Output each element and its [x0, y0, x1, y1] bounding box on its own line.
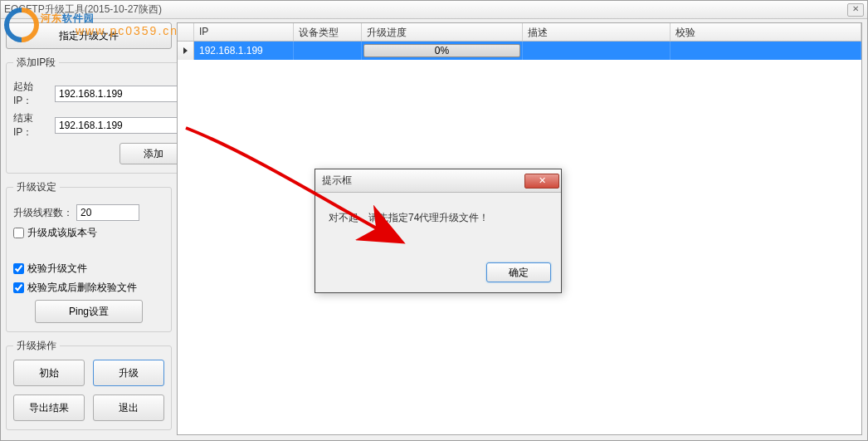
col-ip[interactable]: IP	[194, 23, 294, 41]
dialog-ok-button[interactable]: 确定	[486, 262, 551, 282]
table-header: IP 设备类型 升级进度 描述 校验	[178, 23, 861, 42]
col-device[interactable]: 设备类型	[294, 23, 362, 41]
ping-settings-button[interactable]: Ping设置	[35, 300, 143, 323]
export-result-button[interactable]: 导出结果	[13, 394, 85, 421]
upgrade-ops-group: 升级操作 初始 升级 导出结果 退出	[6, 339, 172, 430]
progress-text: 0%	[435, 45, 449, 56]
init-button[interactable]: 初始	[13, 360, 85, 386]
start-ip-label: 起始IP：	[13, 80, 51, 108]
window-close-button[interactable]: ✕	[847, 3, 864, 17]
alert-dialog: 提示框 ✕ 对不起，请先指定74代理升级文件！ 确定	[315, 169, 562, 293]
col-progress[interactable]: 升级进度	[362, 23, 523, 41]
col-check[interactable]: 校验	[671, 23, 861, 41]
end-ip-label: 结束IP：	[13, 111, 51, 140]
row-header-spacer	[178, 23, 194, 41]
delete-verify-checkbox-label: 校验完成后删除校验文件	[27, 281, 137, 295]
verify-checkbox[interactable]	[13, 263, 24, 274]
upgrade-settings-legend: 升级设定	[13, 180, 60, 194]
cell-check	[671, 42, 861, 60]
sidebar: 指定升级文件 添加IP段 起始IP： 结束IP： 添加 升级设定 升级线	[6, 22, 172, 435]
upgrade-button[interactable]: 升级	[93, 360, 164, 386]
select-upgrade-file-button[interactable]: 指定升级文件	[6, 22, 172, 49]
cell-desc	[523, 42, 671, 60]
dialog-close-button[interactable]: ✕	[524, 174, 559, 189]
version-checkbox[interactable]	[13, 228, 24, 238]
window-title: EOCFTP升级工具(2015-10-27陕西)	[4, 2, 162, 17]
ip-range-group: 添加IP段 起始IP： 结束IP： 添加	[6, 56, 195, 174]
upgrade-ops-legend: 升级操作	[13, 339, 60, 353]
dialog-titlebar: 提示框 ✕	[315, 169, 561, 193]
main-window: EOCFTP升级工具(2015-10-27陕西) ✕ 指定升级文件 添加IP段 …	[0, 0, 868, 441]
table-row[interactable]: 192.168.1.199 0%	[178, 42, 861, 60]
cell-ip: 192.168.1.199	[194, 42, 294, 60]
ip-range-legend: 添加IP段	[13, 56, 59, 70]
col-desc[interactable]: 描述	[523, 23, 671, 41]
progress-bar: 0%	[363, 44, 520, 57]
upgrade-settings-group: 升级设定 升级线程数： 升级成该版本号 校验升级文件 校验完成后删除校验文件	[6, 180, 172, 332]
exit-button[interactable]: 退出	[93, 394, 164, 421]
dialog-title: 提示框	[322, 174, 352, 188]
end-ip-input[interactable]	[55, 117, 188, 134]
threads-input[interactable]	[76, 204, 139, 221]
cell-device	[294, 42, 362, 60]
dialog-message: 对不起，请先指定74代理升级文件！	[315, 193, 561, 233]
start-ip-input[interactable]	[55, 86, 188, 102]
cell-progress: 0%	[362, 42, 523, 60]
titlebar: EOCFTP升级工具(2015-10-27陕西) ✕	[1, 1, 867, 19]
verify-checkbox-label: 校验升级文件	[27, 262, 87, 276]
threads-label: 升级线程数：	[13, 206, 73, 220]
row-indicator-icon	[178, 42, 194, 60]
version-checkbox-label: 升级成该版本号	[27, 226, 97, 240]
delete-verify-checkbox[interactable]	[13, 282, 24, 293]
